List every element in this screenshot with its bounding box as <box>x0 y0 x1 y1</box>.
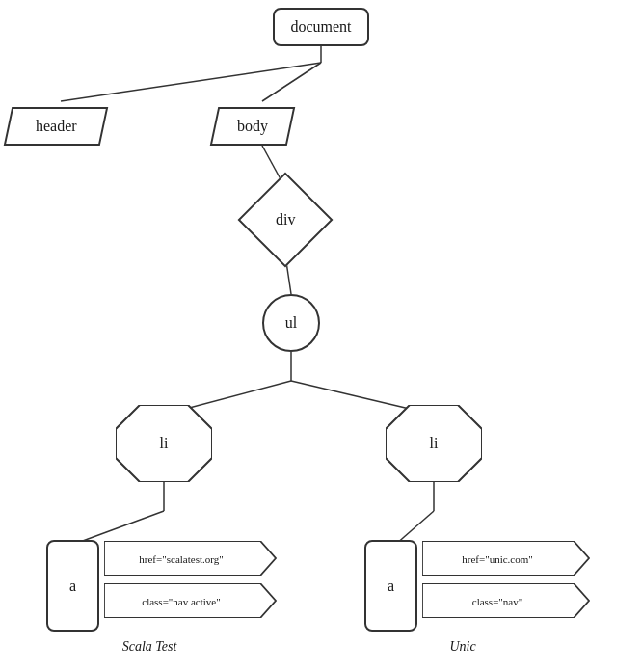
div-node: div <box>238 173 334 268</box>
attr2-class-node: class="nav" <box>422 583 591 618</box>
document-node: document <box>273 8 369 46</box>
attr1-class-node: class="nav active" <box>104 583 278 618</box>
ul-node: ul <box>262 294 320 352</box>
header-node: header <box>4 107 109 146</box>
svg-line-2 <box>262 63 321 101</box>
scala-test-label: Scala Test <box>82 639 217 655</box>
a1-node: a <box>46 540 99 632</box>
dom-tree-diagram: document header body div ul li li a a hr… <box>0 0 642 672</box>
svg-text:href="unic.com": href="unic.com" <box>462 553 533 565</box>
attr1-href-node: href="scalatest.org" <box>104 541 278 576</box>
attr2-href-node: href="unic.com" <box>422 541 591 576</box>
svg-text:class="nav": class="nav" <box>472 596 522 607</box>
svg-text:li: li <box>430 435 439 451</box>
a2-node: a <box>364 540 417 632</box>
svg-text:li: li <box>160 435 169 451</box>
svg-text:href="scalatest.org": href="scalatest.org" <box>139 553 223 565</box>
svg-text:class="nav active": class="nav active" <box>142 596 220 607</box>
unic-label: Unic <box>415 639 511 655</box>
svg-line-1 <box>61 63 321 101</box>
body-node: body <box>210 107 296 146</box>
li1-node: li <box>116 405 212 482</box>
li2-node: li <box>386 405 482 482</box>
